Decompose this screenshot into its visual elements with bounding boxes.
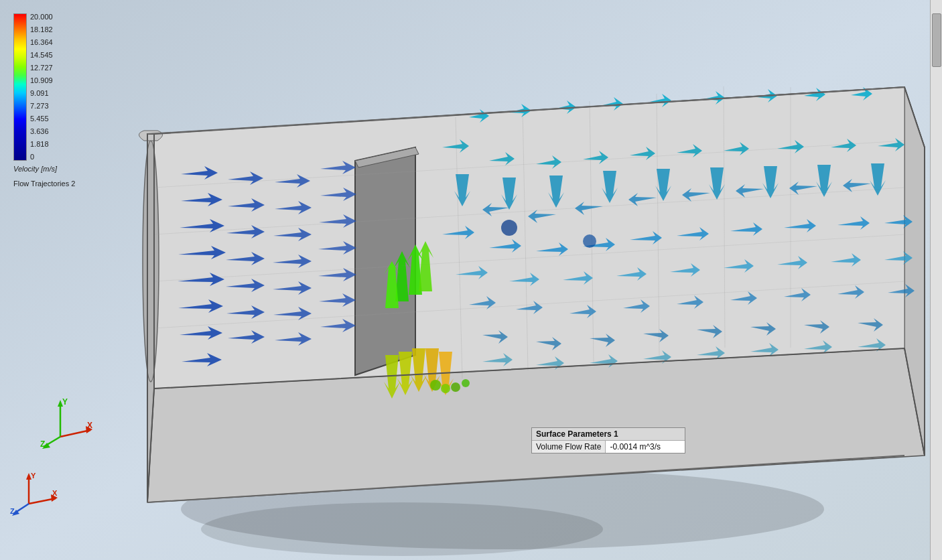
legend-velocity-label: Velocity [m/s] xyxy=(13,165,57,173)
legend-value-0: 20.000 xyxy=(30,13,53,21)
svg-text:Z: Z xyxy=(40,439,45,449)
surface-params-key: Volume Flow Rate xyxy=(532,441,606,453)
svg-line-152 xyxy=(60,430,90,437)
svg-text:Z: Z xyxy=(10,507,15,515)
legend-value-7: 7.273 xyxy=(30,102,53,110)
svg-text:X: X xyxy=(87,421,92,430)
legend-value-4: 12.727 xyxy=(30,64,53,72)
legend-flow-label: Flow Trajectories 2 xyxy=(13,180,75,188)
surface-params-value: -0.0014 m^3/s xyxy=(606,441,685,453)
svg-text:X: X xyxy=(52,489,58,497)
svg-text:Y: Y xyxy=(31,472,36,480)
svg-point-59 xyxy=(430,380,441,391)
svg-point-144 xyxy=(583,234,596,248)
axes-svg-2: Y X Z xyxy=(10,470,64,517)
surface-params-title: Surface Parameters 1 xyxy=(532,428,685,441)
svg-point-2 xyxy=(201,502,603,556)
svg-point-60 xyxy=(441,384,450,393)
legend-value-2: 16.364 xyxy=(30,39,53,46)
legend-value-10: 1.818 xyxy=(30,141,53,148)
surface-parameters-box: Surface Parameters 1 Volume Flow Rate -0… xyxy=(531,427,685,453)
surface-params-row: Volume Flow Rate -0.0014 m^3/s xyxy=(532,441,685,453)
cfd-viewport: 20.000 18.182 16.364 14.545 12.727 10.90… xyxy=(0,0,942,560)
coordinate-axes-2: Y X Z xyxy=(10,470,64,520)
legend-value-5: 10.909 xyxy=(30,77,53,84)
scrollbar[interactable] xyxy=(930,0,942,560)
legend-value-11: 0 xyxy=(30,153,53,161)
legend-value-6: 9.091 xyxy=(30,90,53,97)
legend-value-8: 5.455 xyxy=(30,115,53,123)
svg-marker-7 xyxy=(154,87,904,389)
legend-color-bar xyxy=(13,13,27,161)
axes-svg-1: Y X Z xyxy=(40,397,94,450)
svg-point-143 xyxy=(501,220,517,236)
color-legend: 20.000 18.182 16.364 14.545 12.727 10.90… xyxy=(13,13,75,188)
legend-value-3: 14.545 xyxy=(30,52,53,59)
svg-point-62 xyxy=(462,379,470,387)
legend-labels: 20.000 18.182 16.364 14.545 12.727 10.90… xyxy=(27,13,53,161)
coordinate-axes-1: Y X Z xyxy=(40,397,94,453)
svg-point-61 xyxy=(451,382,460,392)
legend-value-1: 18.182 xyxy=(30,26,53,33)
legend-value-9: 3.636 xyxy=(30,128,53,135)
svg-point-10 xyxy=(143,141,159,382)
scrollbar-thumb[interactable] xyxy=(932,13,941,67)
svg-text:Y: Y xyxy=(62,397,68,407)
simulation-canvas xyxy=(0,0,942,560)
